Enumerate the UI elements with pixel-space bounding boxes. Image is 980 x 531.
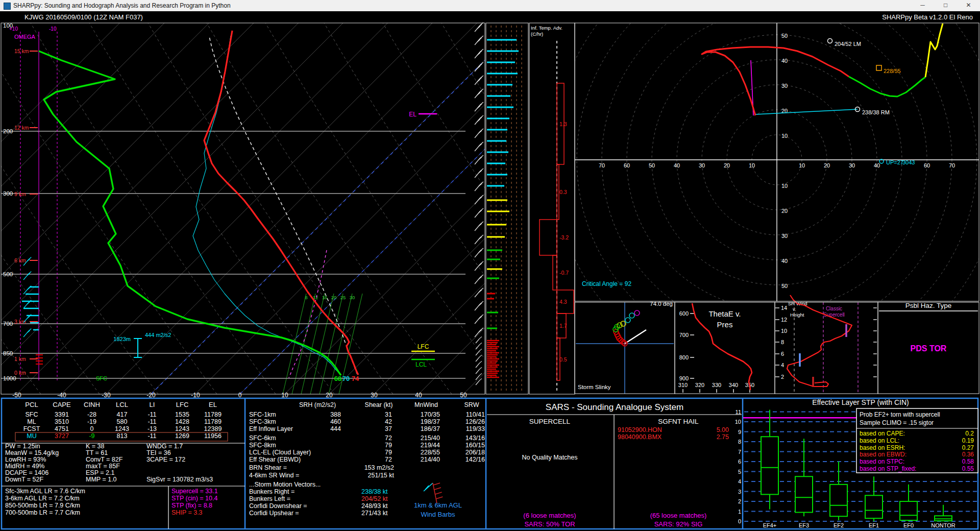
hodo-axis-label: 50 (781, 33, 788, 39)
kinem-row-label: Eff Inflow Layer (249, 425, 293, 432)
pressure-label: 200 (3, 128, 13, 134)
caption-barb-6km (434, 488, 441, 490)
pressure-label: 700 (3, 321, 13, 327)
parcel-cell[interactable]: FCST (23, 425, 40, 432)
stp-category-label: EF0 (903, 522, 914, 528)
barb-caption: 1km & 6km AGL (414, 501, 462, 509)
sars-hail-match[interactable]: 98040900.BMX (618, 433, 662, 441)
parcel-cell[interactable]: -11 (148, 418, 156, 425)
parcel-cell[interactable]: 12389 (204, 425, 222, 432)
kinem-header: MnWind (414, 401, 438, 408)
parcel-cell[interactable]: 4751 (55, 425, 69, 432)
hodo-marker (876, 65, 881, 70)
stp-ytick-label: 10 (735, 419, 741, 425)
hodo-up-label: UP=27 (886, 159, 903, 165)
thermo-value: K = 38 (86, 443, 105, 450)
parcel-cell[interactable]: 1243 (115, 425, 129, 432)
hodo-axis-label: 60 (924, 162, 930, 168)
composite-index-value: SHIP = 3.3 (172, 509, 203, 516)
parcel-cell[interactable]: 417 (117, 411, 128, 418)
parcel-cell[interactable]: 1535 (175, 411, 189, 418)
mixratio-label: 16 (322, 295, 328, 300)
srwind-ytick-label: 10 (781, 328, 787, 334)
hodo-axis-label: 70 (949, 162, 955, 168)
kinem-shear: 79 (385, 442, 392, 449)
kinem-row-label: LCL-EL (Cloud Layer) (249, 449, 311, 456)
kinem-srw: 160/15 (465, 442, 485, 449)
isotherm-line (0, 23, 120, 394)
parcel-cell[interactable]: 3727 (55, 432, 69, 440)
thermo-value: MMP = 1.0 (86, 476, 117, 483)
thermo-value: PW = 1.25in (5, 443, 40, 450)
parcel-cell[interactable]: -9 (89, 432, 94, 440)
pressure-label: 850 (3, 350, 13, 356)
parcel-cell[interactable]: 3510 (55, 418, 69, 425)
stp-category-label: EF3 (799, 522, 809, 528)
hodo-axis-label: 30 (781, 83, 788, 89)
parcel-cell[interactable]: -19 (87, 418, 96, 425)
stp-box (900, 501, 917, 520)
parcel-cell[interactable]: 11956 (204, 432, 222, 440)
parcel-cell[interactable]: SFC (26, 411, 38, 418)
parcel-cell[interactable]: 813 (117, 432, 128, 440)
stp-based-value: 0.27 (962, 444, 974, 451)
temp-adv-value: 0.3 (559, 189, 567, 195)
parcel-cell[interactable]: 580 (117, 418, 128, 425)
parcel-cell[interactable]: 1269 (175, 432, 189, 440)
hodo-axis-label: 30 (849, 162, 855, 168)
stp-category-label: NONTOR (931, 522, 955, 528)
wind-barb-icon (476, 375, 480, 380)
composite-index-value: Supercell = 33.1 (172, 488, 218, 495)
stp-ytick-label: 2 (738, 498, 741, 504)
sars-hail-match[interactable]: 91052900.HON (618, 426, 662, 433)
stp-box (761, 437, 778, 494)
storm-motion-value: 238/38 kt (361, 488, 388, 495)
sars-title: SARS - Sounding Analogue System (546, 402, 683, 412)
kinem-mnwind: 219/44 (421, 442, 440, 449)
kinem-mnwind: 215/40 (421, 435, 440, 442)
hodo-axis-label: 50 (781, 283, 788, 289)
stp-based-value: 0.2 (965, 430, 974, 437)
parcel-cell[interactable]: MU (27, 432, 36, 440)
dry-adiabat-line (383, 23, 628, 394)
kinem-mnwind: 198/37 (421, 418, 440, 425)
parcel-cell[interactable]: 1428 (175, 418, 189, 425)
parcel-cell[interactable]: 11789 (204, 418, 222, 425)
srwind-ytick-label: 4 (781, 362, 784, 368)
parcel-cell[interactable]: 3391 (55, 411, 69, 418)
srwind-ytick-label: 12 (781, 317, 787, 323)
pressure-label: 300 (3, 190, 13, 197)
parcel-cell[interactable]: -28 (87, 411, 96, 418)
parcel-cell[interactable]: ML (27, 418, 36, 425)
hazard-title: Psbl Haz. Type (905, 302, 952, 309)
sars-no-match: No Quality Matches (522, 454, 577, 461)
parcel-header: PCL (25, 401, 38, 408)
kinem-srw: 110/41 (466, 411, 485, 418)
sars-tor-prob: SARS: 50% TOR (524, 520, 575, 528)
parcel-cell[interactable]: 0 (90, 425, 94, 432)
thermo-value: MidRH = 49% (5, 463, 44, 470)
parcel-cell[interactable]: 11789 (204, 411, 222, 418)
mixratio-label: 8 (305, 295, 307, 300)
km-label: 1 km (14, 356, 26, 362)
parcel-cell[interactable]: -13 (148, 425, 157, 432)
sars-supercell-header: SUPERCELL (529, 418, 571, 425)
stp-based-value: 0.55 (962, 465, 974, 472)
sars-sig-matches: (65 loose matches) (650, 512, 707, 519)
hodo-axis-label: 10 (781, 133, 788, 139)
stp-box (865, 495, 883, 518)
isotherm-line (419, 23, 790, 394)
parcel-header: LCL (116, 401, 128, 408)
caption-barb-6km (436, 497, 443, 499)
hodo-axis-label: 20 (781, 208, 788, 214)
storm-motion-value: 248/93 kt (361, 502, 388, 510)
parcel-cell[interactable]: -11 (148, 411, 156, 418)
sr-wind-46-value: 251/15 kt (368, 472, 395, 479)
parcel-cell[interactable]: 1243 (175, 425, 189, 432)
thetae-ytick-label: 700 (679, 332, 689, 338)
kinem-shear: 37 (385, 425, 392, 432)
caption-barb-6km (433, 483, 437, 503)
parcel-cell[interactable]: -11 (148, 432, 156, 440)
dry-adiabat-line (265, 23, 510, 394)
srwind-ytick-label: 2 (781, 374, 784, 380)
